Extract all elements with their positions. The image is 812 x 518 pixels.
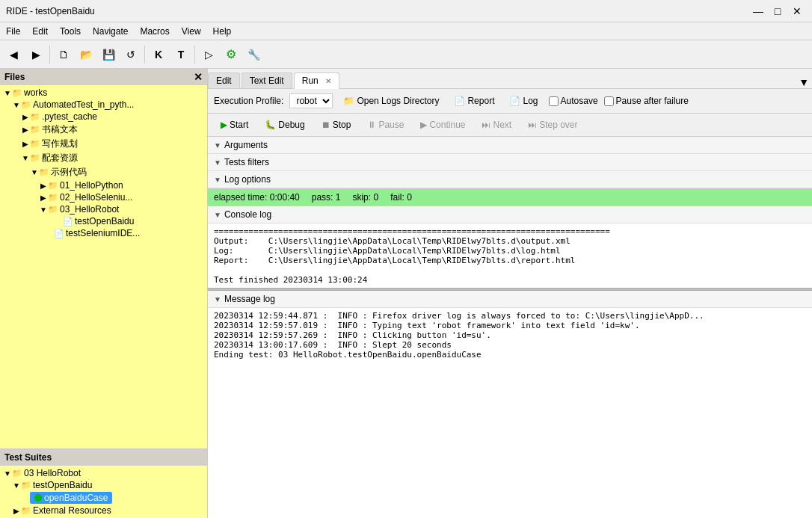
ts-toggle-external-resources[interactable]: ▶ [12, 507, 21, 515]
skip-count: skip: 0 [352, 192, 378, 203]
pause-failure-label[interactable]: Pause after failure [604, 96, 689, 106]
debug-icon: 🐛 [265, 120, 276, 130]
pause-failure-text: Pause after failure [616, 96, 689, 106]
menu-tools[interactable]: Tools [54, 25, 87, 38]
report-button[interactable]: 📄 Report [449, 94, 499, 108]
start-button[interactable]: ▶ Start [214, 117, 255, 133]
tree-item-hello-selenium[interactable]: ▶ 📁 02_HelloSeleniu... [0, 191, 207, 203]
menu-file[interactable]: File [0, 25, 26, 38]
open-button[interactable]: 📂 [76, 44, 96, 65]
k-button[interactable]: K [148, 44, 169, 65]
menu-navigate[interactable]: Navigate [87, 25, 134, 38]
minimize-button[interactable]: — [749, 4, 767, 19]
arguments-header[interactable]: ▼ Arguments [208, 137, 812, 153]
ts-item-03-hellorobot[interactable]: ▼ 📁 03 HelloRobot [0, 467, 207, 479]
stop-icon: ⏹ [322, 120, 330, 130]
toolbar-separator-1 [49, 46, 50, 64]
open-logs-dir-button[interactable]: 📁 Open Logs Directory [339, 94, 443, 108]
refresh-button[interactable]: ↺ [120, 44, 141, 65]
tree-item-test-openbaidu[interactable]: 📄 testOpenBaidu [0, 215, 207, 227]
exec-profile-select[interactable]: robot [289, 93, 333, 108]
ts-label-testopenbaidu: testOpenBaidu [33, 480, 92, 490]
menu-view[interactable]: View [176, 25, 207, 38]
debug-button[interactable]: 🐛 Debug [258, 117, 311, 133]
folder-icon-works: 📁 [12, 88, 22, 98]
ts-item-openbaidu-case[interactable]: openBaiduCase [0, 491, 207, 505]
start-icon: ▶ [221, 120, 227, 130]
tree-toggle-examples[interactable]: ▼ [30, 168, 39, 176]
tree-item-writing[interactable]: ▶ 📁 写作规划 [0, 137, 207, 151]
tree-label-book: 书稿文本 [42, 123, 78, 136]
ts-folder-icon-testopenbaidu: 📁 [21, 481, 31, 490]
message-log-header[interactable]: ▼ Message log [208, 291, 812, 308]
log-button[interactable]: 📄 Log [505, 94, 542, 108]
test-suites-label: Test Suites [4, 452, 52, 463]
tree-item-hello-python[interactable]: ▶ 📁 01_HelloPython [0, 179, 207, 191]
forward-button[interactable]: ▶ [25, 44, 46, 65]
menu-help[interactable]: Help [207, 25, 238, 38]
play-button[interactable]: ▷ [198, 44, 219, 65]
tree-item-examples[interactable]: ▼ 📁 示例代码 [0, 165, 207, 179]
autosave-label[interactable]: Autosave [549, 96, 598, 106]
tests-filters-label: Tests filters [224, 157, 269, 167]
tree-toggle-pytest[interactable]: ▶ [21, 113, 30, 121]
maximize-button[interactable]: □ [769, 4, 787, 19]
run-content: Execution Profile: robot 📁 Open Logs Dir… [208, 89, 812, 518]
save-button[interactable]: 💾 [98, 44, 119, 65]
folder-icon-resources: 📁 [30, 153, 40, 163]
tree-item-test-selenium-ide[interactable]: 📄 testSeleniumIDE... [0, 227, 207, 239]
tree-item-automatedtest[interactable]: ▼ 📁 AutomatedTest_in_pyth... [0, 99, 207, 111]
continue-button[interactable]: ▶ Continue [413, 117, 472, 133]
close-button[interactable]: ✕ [788, 4, 806, 19]
back-button[interactable]: ◀ [3, 44, 24, 65]
tree-toggle-book[interactable]: ▶ [21, 126, 30, 134]
log-options-header[interactable]: ▼ Log options [208, 171, 812, 188]
step-over-button[interactable]: ⏭ Step over [521, 117, 584, 133]
console-log-header[interactable]: ▼ Console log [208, 206, 812, 223]
tree-item-book[interactable]: ▶ 📁 书稿文本 [0, 123, 207, 137]
tree-toggle-resources[interactable]: ▼ [21, 154, 30, 162]
next-label: Next [493, 120, 511, 130]
menu-macros[interactable]: Macros [134, 25, 175, 38]
ts-item-testopenbaidu[interactable]: ▼ 📁 testOpenBaidu [0, 479, 207, 491]
next-icon: ⏭ [482, 120, 490, 130]
ts-label-openbaidu-case: openBaiduCase [44, 493, 108, 503]
next-button[interactable]: ⏭ Next [475, 117, 518, 133]
pause-button[interactable]: ⏸ Pause [360, 117, 410, 133]
t-button[interactable]: T [170, 44, 191, 65]
ts-item-external-resources[interactable]: ▶ 📁 External Resources [0, 505, 207, 517]
tree-toggle-hello-python[interactable]: ▶ [39, 182, 48, 190]
stop-button[interactable]: ⏹ Stop [315, 117, 358, 133]
tree-toggle-hello-selenium[interactable]: ▶ [39, 194, 48, 202]
ts-toggle-testopenbaidu[interactable]: ▼ [12, 481, 21, 490]
tree-item-pytest[interactable]: ▶ 📁 .pytest_cache [0, 111, 207, 123]
pause-failure-checkbox[interactable] [604, 96, 614, 106]
tree-item-hello-robot[interactable]: ▼ 📁 03_HelloRobot [0, 203, 207, 215]
files-close-icon[interactable]: ✕ [194, 71, 203, 83]
exec-profile-label: Execution Profile: [214, 96, 283, 106]
ts-toggle-03-hellorobot[interactable]: ▼ [3, 469, 12, 478]
ts-folder-icon-external: 📁 [21, 506, 31, 516]
title-text: RIDE - testOpenBaidu [6, 6, 95, 16]
files-tree: ▼ 📁 works ▼ 📁 AutomatedTest_in_pyth... ▶… [0, 85, 207, 448]
tree-item-resources[interactable]: ▼ 📁 配套资源 [0, 151, 207, 165]
tools-button[interactable]: 🔧 [243, 44, 264, 65]
tabs-arrow-icon[interactable]: ▼ [799, 76, 809, 88]
tests-filters-header[interactable]: ▼ Tests filters [208, 154, 812, 170]
tab-edit[interactable]: Edit [208, 73, 240, 88]
tree-toggle-works[interactable]: ▼ [3, 89, 12, 97]
tree-toggle-automatedtest[interactable]: ▼ [12, 101, 21, 109]
new-button[interactable]: 🗋 [53, 44, 74, 65]
tab-run[interactable]: Run ✕ [294, 73, 339, 89]
settings-button[interactable]: ⚙ [221, 44, 242, 65]
tab-text-edit[interactable]: Text Edit [242, 73, 292, 88]
tree-item-works[interactable]: ▼ 📁 works [0, 87, 207, 99]
step-over-icon: ⏭ [528, 120, 537, 130]
tab-close-icon[interactable]: ✕ [325, 77, 331, 85]
tree-toggle-writing[interactable]: ▶ [21, 140, 30, 148]
autosave-checkbox[interactable] [549, 96, 559, 106]
menu-edit[interactable]: Edit [26, 25, 54, 38]
tree-toggle-hello-robot[interactable]: ▼ [39, 206, 48, 214]
ts-selected-item: openBaiduCase [30, 492, 112, 504]
files-section-header: Files ✕ [0, 69, 207, 85]
